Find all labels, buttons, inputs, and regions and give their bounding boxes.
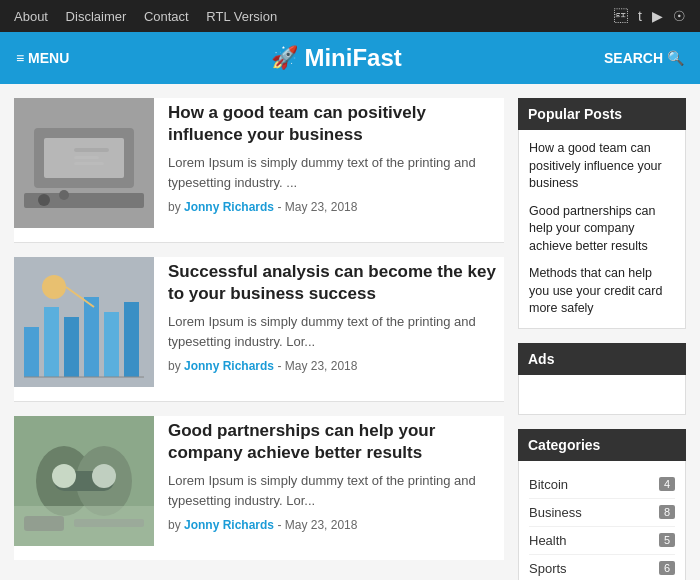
article-meta-1: by Jonny Richards - May 23, 2018	[168, 200, 504, 214]
article-author-1[interactable]: Jonny Richards	[184, 200, 274, 214]
category-item[interactable]: Bitcoin 4	[529, 471, 675, 499]
article-content-3: Good partnerships can help your company …	[168, 416, 504, 546]
svg-point-4	[38, 194, 50, 206]
svg-rect-11	[44, 307, 59, 377]
popular-posts-title: Popular Posts	[518, 98, 686, 130]
header: ≡ MENU 🚀 MiniFast SEARCH 🔍	[0, 32, 700, 84]
popular-post-item[interactable]: How a good team can positively influence…	[529, 140, 675, 193]
categories-body: Bitcoin 4 Business 8 Health 5 Sports 6	[518, 461, 686, 581]
ads-title: Ads	[518, 343, 686, 375]
article-title-3: Good partnerships can help your company …	[168, 420, 504, 464]
popular-post-link-3[interactable]: Methods that can help you use your credi…	[529, 266, 662, 315]
article-date-1: May 23, 2018	[285, 200, 358, 214]
articles-column: How a good team can positively influence…	[14, 98, 504, 580]
search-button[interactable]: SEARCH 🔍	[604, 50, 684, 66]
svg-point-17	[42, 275, 66, 299]
category-item[interactable]: Business 8	[529, 499, 675, 527]
category-name: Health	[529, 533, 567, 548]
article-author-2[interactable]: Jonny Richards	[184, 359, 274, 373]
article-content-1: How a good team can positively influence…	[168, 98, 504, 228]
svg-rect-12	[64, 317, 79, 377]
svg-rect-6	[74, 148, 109, 152]
category-name: Sports	[529, 561, 567, 576]
article-card: Good partnerships can help your company …	[14, 416, 504, 560]
svg-rect-14	[104, 312, 119, 377]
article-meta-3: by Jonny Richards - May 23, 2018	[168, 518, 504, 532]
category-item[interactable]: Sports 6	[529, 555, 675, 581]
youtube-icon[interactable]: ▶	[652, 8, 663, 24]
ads-body	[518, 375, 686, 415]
popular-post-item[interactable]: Methods that can help you use your credi…	[529, 265, 675, 318]
article-excerpt-3: Lorem Ipsum is simply dummy text of the …	[168, 471, 504, 510]
svg-rect-13	[84, 297, 99, 377]
article-title-2: Successful analysis can become the key t…	[168, 261, 504, 305]
svg-point-24	[92, 464, 116, 488]
site-logo: 🚀 MiniFast	[271, 44, 401, 72]
menu-button[interactable]: ≡ MENU	[16, 50, 69, 66]
article-image-3	[14, 416, 154, 546]
svg-rect-8	[74, 162, 104, 165]
popular-post-item[interactable]: Good partnerships can help your company …	[529, 203, 675, 256]
category-count: 4	[659, 477, 675, 491]
article-card: How a good team can positively influence…	[14, 98, 504, 243]
svg-rect-7	[74, 156, 99, 159]
popular-posts-widget: Popular Posts How a good team can positi…	[518, 98, 686, 329]
twitter-icon[interactable]: t	[638, 8, 642, 24]
categories-title: Categories	[518, 429, 686, 461]
top-bar: About Disclaimer Contact RTL Version  t…	[0, 0, 700, 32]
sidebar: Popular Posts How a good team can positi…	[518, 98, 686, 580]
top-bar-social-icons:  t ▶ ☉	[614, 8, 686, 24]
article-image-1	[14, 98, 154, 228]
category-name: Business	[529, 505, 582, 520]
categories-widget: Categories Bitcoin 4 Business 8 Health 5	[518, 429, 686, 581]
article-author-3[interactable]: Jonny Richards	[184, 518, 274, 532]
category-item[interactable]: Health 5	[529, 527, 675, 555]
category-count: 5	[659, 533, 675, 547]
article-excerpt-1: Lorem Ipsum is simply dummy text of the …	[168, 153, 504, 192]
ads-widget: Ads	[518, 343, 686, 415]
svg-rect-15	[124, 302, 139, 377]
main-layout: How a good team can positively influence…	[0, 84, 700, 580]
category-count: 8	[659, 505, 675, 519]
article-image-2	[14, 257, 154, 387]
popular-posts-body: How a good team can positively influence…	[518, 130, 686, 329]
category-count: 6	[659, 561, 675, 575]
article-date-2: May 23, 2018	[285, 359, 358, 373]
article-excerpt-2: Lorem Ipsum is simply dummy text of the …	[168, 312, 504, 351]
rss-icon[interactable]: ☉	[673, 8, 686, 24]
article-date-3: May 23, 2018	[285, 518, 358, 532]
article-content-2: Successful analysis can become the key t…	[168, 257, 504, 387]
article-card: Successful analysis can become the key t…	[14, 257, 504, 402]
article-meta-2: by Jonny Richards - May 23, 2018	[168, 359, 504, 373]
popular-post-link-2[interactable]: Good partnerships can help your company …	[529, 204, 655, 253]
top-bar-link-contact[interactable]: Contact	[144, 9, 189, 24]
top-bar-link-about[interactable]: About	[14, 9, 48, 24]
category-name: Bitcoin	[529, 477, 568, 492]
popular-post-link-1[interactable]: How a good team can positively influence…	[529, 141, 662, 190]
categories-list: Bitcoin 4 Business 8 Health 5 Sports 6	[529, 471, 675, 581]
top-bar-links: About Disclaimer Contact RTL Version	[14, 9, 291, 24]
top-bar-link-disclaimer[interactable]: Disclaimer	[66, 9, 127, 24]
logo-icon: 🚀	[271, 45, 298, 71]
svg-rect-27	[74, 519, 144, 527]
svg-rect-10	[24, 327, 39, 377]
svg-point-23	[52, 464, 76, 488]
facebook-icon[interactable]: 	[614, 8, 628, 24]
top-bar-link-rtl[interactable]: RTL Version	[206, 9, 277, 24]
logo-text: MiniFast	[304, 44, 401, 72]
svg-rect-26	[24, 516, 64, 531]
svg-point-5	[59, 190, 69, 200]
article-title-1: How a good team can positively influence…	[168, 102, 504, 146]
